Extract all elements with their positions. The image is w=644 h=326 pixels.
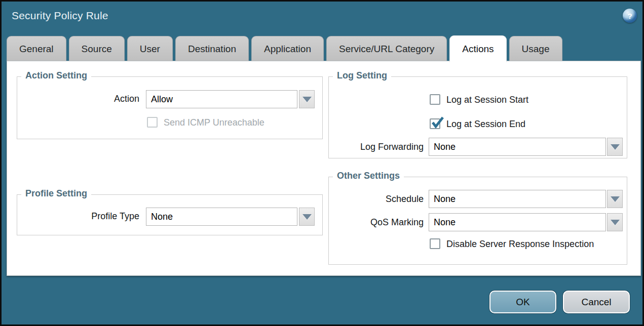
schedule-select-value: None (434, 194, 456, 205)
profile-type-dropdown-button[interactable] (299, 208, 315, 226)
tab-label: Source (82, 44, 112, 55)
ok-button[interactable]: OK (489, 291, 556, 313)
profile-type-label: Profile Type (52, 211, 139, 222)
tab-source[interactable]: Source (69, 36, 125, 61)
action-select[interactable]: Allow (146, 90, 297, 108)
help-icon[interactable]: ? (623, 9, 637, 23)
cancel-button[interactable]: Cancel (563, 291, 630, 313)
tab-actions[interactable]: Actions (449, 35, 506, 62)
security-policy-rule-dialog: Security Policy Rule ? General Source Us… (0, 0, 644, 326)
chevron-down-icon (611, 196, 620, 202)
action-select-dropdown-button[interactable] (299, 90, 315, 108)
schedule-label: Schedule (333, 194, 424, 205)
cancel-button-label: Cancel (581, 297, 611, 308)
schedule-select[interactable]: None (429, 190, 606, 208)
tab-label: Usage (522, 44, 550, 55)
action-select-value: Allow (151, 94, 173, 105)
ok-button-label: OK (516, 297, 529, 308)
tab-destination[interactable]: Destination (175, 36, 249, 61)
tab-strip: General Source User Destination Applicat… (7, 35, 562, 61)
log-forwarding-label: Log Forwarding (333, 142, 424, 152)
chevron-down-icon (302, 214, 312, 220)
log-forwarding-select-value: None (434, 142, 456, 152)
checkmark-icon (431, 116, 444, 130)
log-forwarding-select[interactable]: None (429, 138, 606, 156)
tab-label: General (19, 44, 54, 55)
tab-application[interactable]: Application (251, 36, 324, 61)
chevron-down-icon (302, 97, 312, 102)
tab-service-url-category[interactable]: Service/URL Category (326, 36, 447, 61)
qos-marking-label: QoS Marking (333, 217, 424, 228)
tab-label: Application (264, 44, 311, 55)
send-icmp-unreachable-label: Send ICMP Unreachable (164, 117, 264, 128)
log-at-session-start-label: Log at Session Start (446, 95, 528, 105)
disable-server-response-inspection-label: Disable Server Response Inspection (446, 239, 594, 250)
log-at-session-start-checkbox[interactable] (430, 94, 440, 105)
help-icon-glyph: ? (627, 12, 632, 20)
dialog-title: Security Policy Rule (12, 10, 108, 22)
tab-label: Actions (462, 44, 494, 55)
action-setting-legend: Action Setting (21, 70, 91, 81)
tab-usage[interactable]: Usage (509, 36, 562, 61)
chevron-down-icon (611, 220, 620, 225)
log-at-session-end-label: Log at Session End (446, 119, 525, 130)
profile-setting-legend: Profile Setting (21, 188, 91, 199)
other-settings-legend: Other Settings (333, 171, 404, 181)
disable-server-response-inspection-checkbox[interactable] (430, 238, 440, 249)
tab-general[interactable]: General (7, 36, 66, 61)
tab-label: Destination (188, 44, 236, 55)
log-at-session-end-checkbox[interactable] (430, 118, 440, 129)
send-icmp-unreachable-checkbox (147, 117, 158, 128)
log-setting-legend: Log Setting (333, 70, 391, 81)
action-label: Action (62, 94, 139, 104)
profile-type-select-value: None (151, 212, 173, 222)
qos-marking-dropdown-button[interactable] (607, 213, 623, 231)
tab-user[interactable]: User (127, 36, 173, 61)
qos-marking-select[interactable]: None (429, 213, 606, 231)
tab-label: User (140, 44, 160, 55)
log-forwarding-dropdown-button[interactable] (607, 138, 623, 156)
schedule-dropdown-button[interactable] (607, 190, 623, 208)
tab-label: Service/URL Category (339, 44, 434, 55)
profile-type-select[interactable]: None (146, 208, 297, 226)
chevron-down-icon (611, 144, 620, 150)
qos-marking-select-value: None (434, 217, 456, 228)
